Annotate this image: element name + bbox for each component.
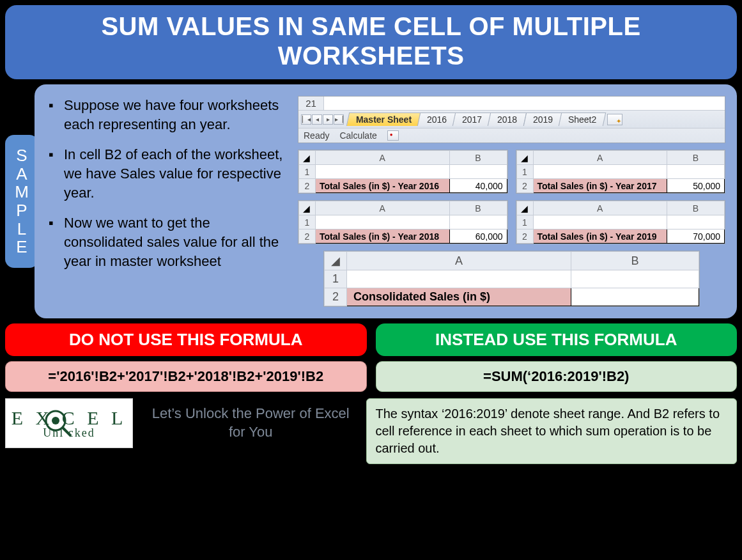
macro-record-icon[interactable] xyxy=(387,130,399,141)
sales-label-cell: Total Sales (in $) - Year 2018 xyxy=(316,229,450,244)
nav-next-icon[interactable]: ▸ xyxy=(323,114,333,125)
nav-first-icon[interactable]: ▏◂ xyxy=(301,114,311,125)
worksheet-tabstrip: 21 ▏◂ ◂ ▸ ▸▕ Master Sheet 2016 2017 xyxy=(298,96,725,143)
select-all-corner[interactable]: ◢ xyxy=(516,151,533,165)
col-header[interactable]: B xyxy=(449,201,507,215)
sheet-tab-2018[interactable]: 2018 xyxy=(488,113,527,126)
bullet-item: Now we want to get the consolidated sale… xyxy=(49,214,291,270)
sample-badge: SAMPLE xyxy=(5,135,38,268)
row-header[interactable]: 1 xyxy=(516,215,533,229)
sheet-tab-sheet2[interactable]: Sheet2 xyxy=(559,113,607,126)
sheet-tab-2017[interactable]: 2017 xyxy=(452,113,492,126)
tagline-text: Let’s Unlock the Power of Excel for You xyxy=(144,405,357,441)
row-header[interactable]: 2 xyxy=(325,288,347,306)
use-heading: INSTEAD USE THIS FORMULA xyxy=(376,323,738,356)
col-header[interactable]: B xyxy=(571,252,699,270)
col-header[interactable]: B xyxy=(449,151,507,165)
row-header[interactable]: 1 xyxy=(299,165,316,179)
row-header[interactable]: 2 xyxy=(299,179,316,193)
svg-point-1 xyxy=(52,417,59,424)
bullet-item: In cell B2 of each of the worksheet, we … xyxy=(49,145,291,202)
select-all-corner[interactable]: ◢ xyxy=(299,201,316,215)
sales-label-cell: Total Sales (in $) - Year 2017 xyxy=(533,179,667,193)
sheet-tab-2019[interactable]: 2019 xyxy=(523,113,562,126)
row-header[interactable]: 1 xyxy=(325,270,347,288)
col-header[interactable]: B xyxy=(667,151,725,165)
bad-formula-box: ='2016'!B2+'2017'!B2+'2018'!B2+'2019'!B2 xyxy=(5,361,367,392)
sales-value-cell: 50,000 xyxy=(667,179,725,193)
col-header[interactable]: A xyxy=(533,151,667,165)
row-header[interactable]: 2 xyxy=(299,229,316,244)
svg-line-2 xyxy=(63,428,71,436)
sheet-tab-master[interactable]: Master Sheet xyxy=(346,113,422,126)
row-header[interactable]: 1 xyxy=(299,215,316,229)
dont-use-heading: DO NOT USE THIS FORMULA xyxy=(5,323,367,356)
sales-value-cell: 70,000 xyxy=(667,229,725,244)
status-calculate: Calculate xyxy=(339,130,376,141)
syntax-explanation: The syntax ‘2016:2019’ denote sheet rang… xyxy=(366,398,738,464)
select-all-corner[interactable]: ◢ xyxy=(325,252,347,270)
nav-last-icon[interactable]: ▸▕ xyxy=(334,114,344,125)
magnifier-icon xyxy=(43,408,72,437)
col-header[interactable]: A xyxy=(347,252,571,270)
page-title: SUM VALUES IN SAME CELL OF MULTIPLE WORK… xyxy=(5,5,737,79)
col-header[interactable]: A xyxy=(533,201,667,215)
mini-sheet-2017: ◢AB 1 2Total Sales (in $) - Year 201750,… xyxy=(516,150,726,194)
col-header[interactable]: A xyxy=(316,201,450,215)
bullet-item: Suppose we have four worksheets each rep… xyxy=(49,96,291,134)
consolidated-value-cell xyxy=(571,288,699,306)
row-header[interactable]: 1 xyxy=(516,165,533,179)
mini-sheet-2018: ◢AB 1 2Total Sales (in $) - Year 201860,… xyxy=(298,200,508,244)
mini-sheet-2016: ◢AB 1 2Total Sales (in $) - Year 201640,… xyxy=(298,150,508,194)
consolidated-sheet: ◢AB 1 2Consolidated Sales (in $) xyxy=(323,251,700,307)
bullet-list: Suppose we have four worksheets each rep… xyxy=(49,96,291,307)
row-number: 21 xyxy=(298,97,324,110)
row-header[interactable]: 2 xyxy=(516,179,533,193)
sheet-tab-2016[interactable]: 2016 xyxy=(417,113,457,126)
sales-value-cell: 60,000 xyxy=(449,229,507,244)
select-all-corner[interactable]: ◢ xyxy=(516,201,533,215)
sheet-nav-buttons[interactable]: ▏◂ ◂ ▸ ▸▕ xyxy=(301,114,344,125)
col-header[interactable]: A xyxy=(316,151,450,165)
sales-label-cell: Total Sales (in $) - Year 2016 xyxy=(316,179,450,193)
nav-prev-icon[interactable]: ◂ xyxy=(312,114,322,125)
excel-unlocked-logo: E X C E L Unl cked xyxy=(5,398,133,448)
sales-value-cell: 40,000 xyxy=(449,179,507,193)
good-formula-box: =SUM(‘2016:2019'!B2) xyxy=(376,361,738,392)
sample-panel: Suppose we have four worksheets each rep… xyxy=(35,84,737,318)
row-header[interactable]: 2 xyxy=(516,229,533,244)
consolidated-label-cell: Consolidated Sales (in $) xyxy=(347,288,571,306)
status-ready: Ready xyxy=(304,130,329,141)
new-sheet-icon[interactable] xyxy=(607,114,622,125)
select-all-corner[interactable]: ◢ xyxy=(299,151,316,165)
col-header[interactable]: B xyxy=(667,201,725,215)
sales-label-cell: Total Sales (in $) - Year 2019 xyxy=(533,229,667,244)
mini-sheet-2019: ◢AB 1 2Total Sales (in $) - Year 201970,… xyxy=(516,200,726,244)
